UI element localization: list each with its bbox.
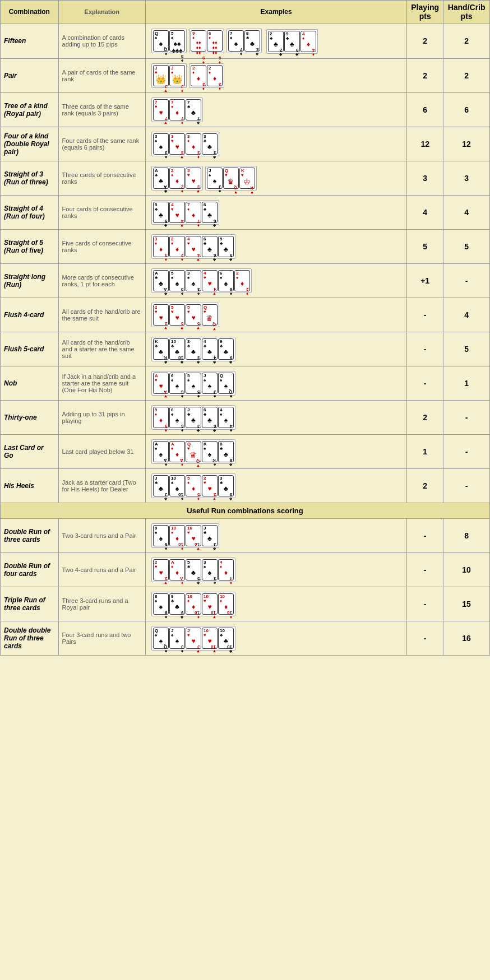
handcrib-double-run4: 10 xyxy=(443,553,490,587)
card: 10♥ ♥ 10♥ xyxy=(202,593,218,615)
card: 6♠ ♠ 6♠ xyxy=(169,373,185,394)
card: Q♠ ♠ Q♠ xyxy=(153,628,169,649)
card: 10♦ ♦ 10♦ xyxy=(218,593,234,615)
card: J♥ ♥ J♥ xyxy=(186,628,201,649)
row-hisheels: His Heels Jack as a starter card (Two fo… xyxy=(1,469,490,503)
explanation-double-run3: Two 3-card runs and a Pair xyxy=(58,519,145,553)
handcrib-lastcard: - xyxy=(443,435,490,469)
combination-double-run4: Double Run of four cards xyxy=(1,553,59,587)
playing-hisheels: 2 xyxy=(407,469,443,503)
playing-double-run4: - xyxy=(407,553,443,587)
card: 8♣ ♣ 8♣ xyxy=(218,441,234,462)
examples-straight5: 3♦ ♦ 3♦ 2♦ ♦ 2♦ 4♥ ♥ 4♥ xyxy=(145,230,406,264)
card: K♠ ♠ K♠ xyxy=(202,441,218,462)
card: 4♦ ♦ 4♦ xyxy=(301,31,316,52)
row-flush4: Flush 4-card All cards of the hand/crib … xyxy=(1,298,490,332)
row-lastcard: Last Card or Go Last card played below 3… xyxy=(1,435,490,469)
card: 2♥ ♥ 2♥ xyxy=(153,559,169,580)
explanation-nob: If Jack in a hand/crib and a starter are… xyxy=(58,366,145,401)
card: 3♥ ♥ 3♥ xyxy=(169,133,185,155)
combination-pair: Pair xyxy=(1,59,59,93)
handcrib-flush5: 5 xyxy=(443,332,490,366)
examples-three-kind: 7♥ ♥ 7♥ 7♦ ♦ 7♦ 7♣ ♣ 7♣ xyxy=(145,93,406,127)
combination-four-kind: Four of a kind (Double Royal pair) xyxy=(1,127,59,161)
card: 3♠ ♠ 3♠ xyxy=(186,270,201,291)
playing-triple-run3: - xyxy=(407,587,443,621)
card: 6♠ ♠ 6♠ xyxy=(218,270,234,291)
section-header-runs: Useful Run combinations scoring xyxy=(1,503,490,519)
row-four-kind: Four of a kind (Double Royal pair) Four … xyxy=(1,127,490,161)
card: 2♥ ♥ 2♥ xyxy=(153,304,169,326)
card: A♠ ♠ A♠ xyxy=(153,441,169,462)
handcrib-triple-run3: 15 xyxy=(443,587,490,621)
examples-flush4: 2♥ ♥ 2♥ 5♥ ♥ 5♥ 5♥ ♥ 5♥ xyxy=(145,298,406,332)
card: 2♦ ♦ 2♦ xyxy=(191,65,206,86)
playing-double-run3: - xyxy=(407,519,443,553)
row-double-double-run3: Double double Run of three cards Four 3-… xyxy=(1,621,490,656)
card: A♥ ♥ A♥ xyxy=(153,373,169,394)
card: 4♣ ♣ 4♣ xyxy=(202,338,218,360)
card: 6♠ ♠ 6♠ xyxy=(169,407,185,428)
card: A♣ ♣ A♣ xyxy=(153,168,169,189)
card: 2♦ ♦ 2♦ xyxy=(207,65,223,86)
header-playing: Playing pts xyxy=(407,1,443,24)
card: 10♦ ♦ 10♦ xyxy=(186,593,201,615)
section-header-label: Useful Run combinations scoring xyxy=(1,503,490,519)
combination-straight4: Straight of 4 (Run of four) xyxy=(1,196,59,230)
handcrib-four-kind: 12 xyxy=(443,127,490,161)
combination-flush4: Flush 4-card xyxy=(1,298,59,332)
row-straight3: Straight of 3 (Run of three) Three cards… xyxy=(1,161,490,196)
combination-triple-run3: Triple Run of three cards xyxy=(1,587,59,621)
examples-double-run3: 9♠ ♠ 9♠ 10♦ ♦ 10♦ 10♥ ♥ 10♥ xyxy=(145,519,406,553)
examples-fifteen: Q♠ ♠ Q♠ 5♠ ♠♠♠♠♠ 5♠ xyxy=(145,24,406,59)
explanation-thirtyone: Adding up to 31 pips in playing xyxy=(58,401,145,435)
card: 9♠ ♠ 9♠ xyxy=(153,525,169,546)
examples-pair: J♥ 👑 J♥ J♦ 👑 J♦ 2♦ ♦ xyxy=(145,59,406,93)
combination-thirtyone: Thirty-one xyxy=(1,401,59,435)
combination-flush5: Flush 5-card xyxy=(1,332,59,366)
card: Q♥ ♛ Q♥ xyxy=(202,304,218,326)
explanation-lastcard: Last card played below 31 xyxy=(58,435,145,469)
combination-double-double-run3: Double double Run of three cards xyxy=(1,621,59,656)
card: 9♦ ♦♦♦♦♦♦ 9♦ xyxy=(191,30,206,52)
card: 4♦ ♦ 4♦ xyxy=(218,559,234,580)
card: 5♣ ♣ 5♣ xyxy=(153,202,169,223)
handcrib-hisheels: - xyxy=(443,469,490,503)
card: 2♦ ♦ 2♦ xyxy=(169,168,185,189)
card: 5♠ ♠ 5♠ xyxy=(186,373,201,394)
examples-triple-run3: 8♠ ♠ 8♠ 9♣ ♣ 9♣ 10♦ ♦ 10♦ xyxy=(145,587,406,621)
card: K♥ ♔ K♥ xyxy=(239,168,255,189)
card: A♦ ♦ A♦ xyxy=(169,441,185,462)
row-thirtyone: Thirty-one Adding up to 31 pips in playi… xyxy=(1,401,490,435)
row-pair: Pair A pair of cards of the same rank J♥… xyxy=(1,59,490,93)
playing-four-kind: 12 xyxy=(407,127,443,161)
header-handcrib: Hand/Crib pts xyxy=(443,1,490,24)
playing-flush5: - xyxy=(407,332,443,366)
combination-hisheels: His Heels xyxy=(1,469,59,503)
handcrib-double-run3: 8 xyxy=(443,519,490,553)
examples-straight3: A♣ ♣ A♣ 2♦ ♦ 2♦ 3♥ ♥ 3♥ xyxy=(145,161,406,196)
row-fifteen: Fifteen A combination of cards adding up… xyxy=(1,24,490,59)
card: 3♠ ♠ 3♠ xyxy=(202,559,218,580)
row-nob: Nob If Jack in a hand/crib and a starter… xyxy=(1,366,490,401)
card: J♠ ♠ J♠ xyxy=(169,628,185,649)
card: 7♠ ♠ 7♠ xyxy=(228,30,244,52)
card: 4♥ ♥ 4♥ xyxy=(186,236,201,257)
explanation-double-double-run3: Four 3-card runs and two Pairs xyxy=(58,621,145,656)
card: 5♠ ♠♠♠♠♠ 5♠ xyxy=(169,30,185,52)
card: 7♣ ♣ 7♣ xyxy=(186,99,201,120)
handcrib-straight4: 4 xyxy=(443,196,490,230)
examples-double-double-run3: Q♠ ♠ Q♠ J♠ ♠ J♠ J♥ ♥ J♥ xyxy=(145,621,406,656)
combination-double-run3: Double Run of three cards xyxy=(1,519,59,553)
playing-nob: - xyxy=(407,366,443,401)
handcrib-double-double-run3: 16 xyxy=(443,621,490,656)
examples-double-run4: 2♥ ♥ 2♥ A♦ ♦ A♦ 5♣ ♣ 5♣ xyxy=(145,553,406,587)
row-triple-run3: Triple Run of three cards Three 3-card r… xyxy=(1,587,490,621)
card: Q♠ ♠ Q♠ xyxy=(153,30,169,52)
card: J♣ ♣ J♣ xyxy=(153,475,169,496)
combination-straight-long: Straight long (Run) xyxy=(1,264,59,298)
card: 6♦ ♦♦♦♦♦♦ 6♦ xyxy=(207,30,223,52)
examples-hisheels: J♣ ♣ J♣ 10♠ ♠ 10♠ 5♦ ♦ 5♦ xyxy=(145,469,406,503)
examples-four-kind: 3♠ ♠ 3♠ 3♥ ♥ 3♥ 3♦ ♦ 3♦ xyxy=(145,127,406,161)
explanation-straight-long: More cards of consecutive ranks, 1 pt fo… xyxy=(58,264,145,298)
